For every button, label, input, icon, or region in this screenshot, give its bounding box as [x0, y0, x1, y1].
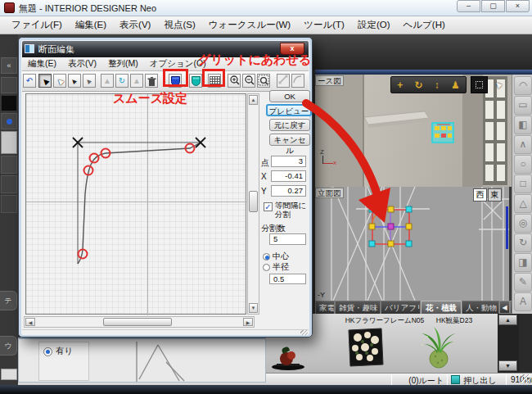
dialog-resize-grip[interactable] [300, 330, 308, 335]
disc-icon[interactable]: ◎ [514, 214, 532, 233]
tab-scroll-left-icon[interactable]: ◀ [499, 301, 510, 314]
divisions-field[interactable]: 5 [269, 233, 306, 245]
catalog-scrollbar[interactable]: ▲ ▼ [498, 314, 519, 373]
sidebar-cell[interactable] [1, 95, 17, 111]
sidebar-cell[interactable] [1, 156, 17, 174]
menu-tools[interactable]: ツール(T) [297, 16, 351, 34]
select-icon[interactable]: ▶ [38, 74, 52, 88]
zoom-out-icon[interactable] [242, 74, 255, 88]
sphere-icon[interactable]: ○ [514, 155, 532, 174]
sidebar-cell[interactable] [1, 131, 17, 154]
revert-button[interactable]: 元に戻す [269, 119, 310, 131]
smooth-off-icon[interactable] [189, 74, 202, 88]
zoom-fit-icon[interactable] [257, 74, 270, 88]
sidebar-tab-u[interactable]: ウ [0, 336, 17, 356]
rotate-view-icon[interactable]: ↻ [414, 78, 422, 93]
dlg-menu-edit[interactable]: 編集(E) [22, 57, 62, 70]
pyramid-icon[interactable]: △ [514, 194, 532, 213]
curve-tool-icon[interactable] [291, 74, 304, 88]
catalog-item-plant[interactable] [417, 325, 460, 369]
undo-icon[interactable]: ↶ [23, 74, 36, 88]
pan-icon[interactable]: + [397, 78, 403, 93]
tab-hito[interactable]: 人・動物 [462, 301, 499, 314]
cancel-button[interactable]: キャンセル [269, 134, 310, 146]
selected-object-3d[interactable] [431, 121, 457, 146]
preview-button[interactable]: プレビュー [266, 104, 312, 116]
minimize-button[interactable]: – [457, 0, 480, 12]
dlg-menu-align[interactable]: 整列(M) [102, 57, 144, 70]
copy-object-icon[interactable]: ◧ [514, 115, 532, 134]
canvas-vscrollbar[interactable]: ▲ ▼ [247, 93, 259, 315]
polyline-icon[interactable]: ∧ [514, 135, 532, 154]
tab-kaden[interactable]: 家電 [315, 301, 335, 314]
delete-icon[interactable] [145, 74, 158, 88]
extrude-shape-icon[interactable]: ▲ [101, 74, 114, 88]
sidebar-tab-te[interactable]: テ [0, 291, 17, 310]
tab-barrierfree[interactable]: バリアフリー [381, 301, 421, 314]
text-icon[interactable]: A [514, 292, 532, 311]
center-radio[interactable]: 中心 [263, 251, 289, 262]
hscroll-left-icon[interactable]: ◀ [25, 318, 35, 326]
sidebar-cell[interactable] [1, 175, 17, 193]
x-field[interactable]: -0.41 [271, 170, 306, 182]
select-points-alt-icon[interactable]: ▶: [83, 74, 96, 88]
menu-walkthrough[interactable]: ウォークスルー(W) [202, 16, 297, 34]
canvas-hscrollbar[interactable]: ◀ ▶ [24, 316, 255, 328]
radio-dot[interactable] [43, 347, 52, 356]
line-tool-icon[interactable] [277, 74, 290, 88]
orbit-icon[interactable]: ↻ [514, 233, 532, 252]
radio-ari[interactable]: 有り [43, 346, 73, 357]
collapse-icon[interactable]: « [1, 57, 17, 74]
perspective-view[interactable]: + ↻ ↕ ♟ ▶ ース図 Z x [315, 75, 512, 187]
vscroll-thumb[interactable] [249, 191, 258, 212]
catalog-item-bonsai[interactable] [268, 339, 308, 372]
profile-canvas[interactable] [25, 93, 246, 315]
elevation-view[interactable]: 立面図 西 東 -Y [315, 187, 509, 301]
tab-hana-active[interactable]: 花・植栽 [421, 301, 462, 314]
cone-icon[interactable]: ▲ [130, 74, 143, 88]
scroll-down-icon[interactable]: ▼ [498, 360, 517, 371]
radius-radio[interactable]: 半径 [263, 261, 289, 273]
maximize-button[interactable]: ▢ [481, 0, 505, 12]
resize-grip[interactable] [521, 374, 530, 383]
selection-box-tool[interactable] [471, 76, 488, 93]
menu-edit[interactable]: 編集(E) [69, 16, 113, 34]
dlg-menu-view[interactable]: 表示(V) [62, 57, 102, 70]
elevate-icon[interactable]: ↕ [435, 78, 440, 93]
zoom-in-icon[interactable] [228, 74, 241, 88]
hscroll-right-icon[interactable]: ▶ [243, 318, 253, 326]
menu-file[interactable]: ファイル(F) [5, 16, 69, 34]
walk-icon[interactable]: ♟ [451, 78, 460, 93]
wall-icon[interactable]: ▭ [514, 96, 532, 115]
sidebar-cell[interactable] [1, 369, 17, 380]
equal-divide-checkbox[interactable]: ✓ [264, 202, 273, 211]
y-field[interactable]: 0.27 [271, 185, 306, 197]
close-button[interactable]: × [506, 0, 530, 12]
tab-zakka[interactable]: 雑貨・趣味 [335, 301, 381, 314]
menu-viewpoint[interactable]: 視点(S) [157, 16, 201, 34]
radius-field[interactable]: 0.5 [269, 274, 306, 284]
menu-settings[interactable]: 設定(O) [351, 16, 397, 34]
pen-icon[interactable]: ✎ [514, 273, 532, 292]
sidebar-cell[interactable] [1, 77, 17, 93]
sidebar-cell[interactable] [1, 113, 17, 129]
rotate-icon[interactable]: ↻ [115, 74, 128, 88]
west-button[interactable]: 西 [473, 188, 487, 202]
hscroll-thumb[interactable] [103, 318, 172, 326]
east-button[interactable]: 東 [488, 188, 502, 202]
select-outline-icon[interactable]: ▶ [53, 74, 66, 88]
snap-annotation: グリットにあわせる [198, 52, 311, 68]
menu-help[interactable]: ヘルプ(H) [397, 16, 452, 34]
menu-view[interactable]: 表示(V) [113, 16, 157, 34]
vscroll-down-icon[interactable]: ▼ [249, 303, 258, 313]
ok-button[interactable]: OK [269, 90, 310, 102]
catalog-item-flower-frame[interactable] [347, 327, 386, 368]
cube-icon[interactable]: □ [514, 174, 532, 193]
select-points-icon[interactable]: ▶: [68, 74, 81, 88]
vscroll-up-icon[interactable]: ▲ [249, 95, 258, 105]
scroll-up-icon[interactable]: ▲ [498, 315, 517, 325]
half-solid-icon[interactable]: ◨ [514, 253, 532, 272]
sidebar-cell[interactable] [1, 195, 17, 213]
roof-icon[interactable]: ◠ [514, 76, 532, 95]
point-field[interactable]: 3 [271, 156, 306, 167]
